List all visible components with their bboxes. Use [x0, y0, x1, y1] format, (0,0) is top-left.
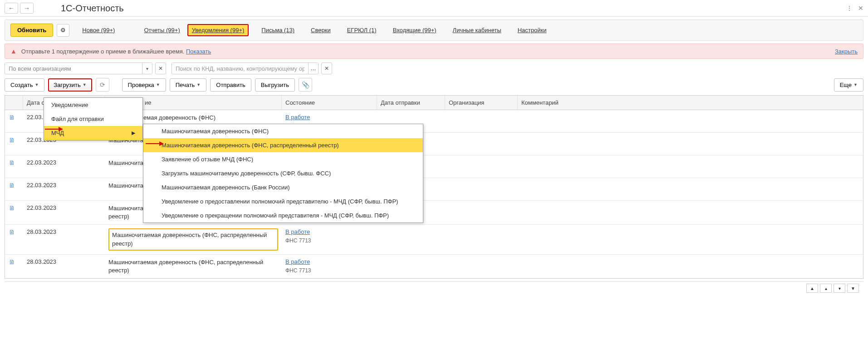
- submenu-arrow-icon: ▶: [132, 130, 135, 136]
- col-org: Организация: [445, 96, 518, 110]
- print-button[interactable]: Печать ▼: [170, 78, 207, 92]
- state-sub: ФНС 7713: [285, 237, 311, 244]
- cell-date: 28.03.2023: [23, 255, 105, 278]
- send-button[interactable]: Отправить: [210, 78, 251, 92]
- page-title: 1С-Отчетность: [61, 3, 846, 14]
- attach-icon-btn[interactable]: 📎: [299, 78, 312, 92]
- submenu-grant[interactable]: Уведомление о предоставлении полномочий …: [143, 194, 423, 208]
- document-icon: 🗎: [9, 258, 15, 266]
- tab-reports[interactable]: Отчеты (99+): [140, 25, 183, 35]
- chevron-down-icon: ▼: [156, 82, 160, 87]
- svg-marker-1: [59, 127, 63, 131]
- gear-icon: ⚙: [60, 27, 66, 34]
- table-row[interactable]: 🗎 22.03.2023 Машиночита: [5, 178, 863, 201]
- scroll-top-button[interactable]: ▲: [806, 284, 818, 293]
- reload-icon-btn[interactable]: ⟳: [96, 78, 109, 92]
- red-arrow-icon: [146, 141, 164, 146]
- tab-incoming[interactable]: Входящие (99+): [389, 25, 440, 35]
- chevron-down-icon: ▼: [83, 82, 87, 87]
- state-link[interactable]: В работе: [285, 228, 373, 235]
- col-comment: Комментарий: [518, 96, 863, 110]
- tab-notifications[interactable]: Уведомления (99+): [187, 24, 249, 36]
- org-select[interactable]: ▾: [5, 63, 152, 74]
- scroll-down-button[interactable]: ▾: [834, 284, 845, 293]
- svg-marker-3: [159, 141, 164, 146]
- export-button[interactable]: Выгрузить: [255, 78, 295, 92]
- cell-name: Машиночитаемая доверенность (ФНС, распре…: [105, 225, 282, 254]
- submenu-terminate[interactable]: Уведомление о прекращении полномочий пре…: [143, 208, 423, 222]
- create-button[interactable]: Создать ▼: [5, 78, 44, 92]
- search-clear-btn[interactable]: ✕: [321, 63, 332, 74]
- scroll-bottom-button[interactable]: ▼: [847, 284, 859, 293]
- tab-cabinets[interactable]: Личные кабинеты: [449, 25, 505, 35]
- mchd-submenu: Машиночитаемая доверенность (ФНС) Машино…: [143, 124, 423, 223]
- document-icon: 🗎: [9, 114, 15, 121]
- back-button[interactable]: ←: [5, 3, 18, 14]
- state-link[interactable]: В работе: [285, 114, 373, 121]
- document-icon: 🗎: [9, 136, 15, 144]
- table-row[interactable]: 🗎 28.03.2023 Машиночитаемая доверенность…: [5, 225, 863, 254]
- gear-button[interactable]: ⚙: [57, 24, 69, 37]
- document-icon: 🗎: [9, 182, 15, 189]
- table-row[interactable]: 🗎 28.03.2023 Машиночитаемая доверенность…: [5, 255, 863, 278]
- alert-show-link[interactable]: Показать: [186, 48, 211, 55]
- cell-date: 22.03.2023: [23, 155, 105, 178]
- cell-date: 28.03.2023: [23, 225, 105, 254]
- state-link[interactable]: В работе: [285, 258, 373, 265]
- submenu-bank[interactable]: Машиночитаемая доверенность (Банк России…: [143, 180, 423, 194]
- submenu-revoke[interactable]: Заявление об отзыве МЧД (ФНС): [143, 152, 423, 166]
- update-button[interactable]: Обновить: [10, 24, 53, 37]
- chevron-down-icon: ▼: [196, 82, 201, 87]
- tab-letters[interactable]: Письма (13): [258, 25, 298, 35]
- load-button[interactable]: Загрузить ▼: [48, 78, 92, 92]
- tab-new[interactable]: Новое (99+): [78, 25, 118, 35]
- org-clear-btn[interactable]: ✕: [155, 63, 166, 74]
- submenu-fns-registry[interactable]: Машиночитаемая доверенность (ФНС, распре…: [143, 138, 423, 152]
- submenu-fns[interactable]: Машиночитаемая доверенность (ФНС): [143, 124, 423, 138]
- search-more-btn[interactable]: …: [308, 63, 318, 74]
- submenu-load-sfr[interactable]: Загрузить машиночитаемую доверенность (С…: [143, 166, 423, 180]
- tab-settings[interactable]: Настройки: [514, 25, 550, 35]
- menu-notification[interactable]: Уведомление: [44, 98, 142, 112]
- chevron-down-icon: ▼: [853, 82, 858, 87]
- search-input[interactable]: [172, 63, 308, 74]
- col-sent: Дата отправки: [377, 96, 445, 110]
- document-icon: 🗎: [9, 228, 15, 236]
- table-row[interactable]: 🗎 22.03.2023 Машиночита: [5, 155, 863, 178]
- alert-bar: ▲ Отправьте 1 подтверждение о приеме в б…: [5, 44, 863, 59]
- red-arrow-icon: [45, 126, 63, 132]
- alert-text: Отправьте 1 подтверждение о приеме в бли…: [21, 48, 835, 55]
- col-state: Состояние: [282, 96, 377, 110]
- cell-date: 22.03.2023: [23, 178, 105, 200]
- load-menu: Уведомление Файл для отправки МЧД▶: [44, 97, 143, 140]
- close-icon[interactable]: ✕: [858, 5, 863, 12]
- tab-egrul[interactable]: ЕГРЮЛ (1): [343, 25, 380, 35]
- more-button[interactable]: Еще ▼: [834, 78, 863, 92]
- alert-message: Отправьте 1 подтверждение о приеме в бли…: [21, 48, 185, 55]
- forward-button[interactable]: →: [20, 3, 34, 14]
- org-input[interactable]: [5, 63, 142, 74]
- menu-file-for-send[interactable]: Файл для отправки: [44, 112, 142, 126]
- alert-close-link[interactable]: Закрыть: [835, 48, 858, 55]
- document-icon: 🗎: [9, 204, 15, 212]
- warning-icon: ▲: [10, 48, 17, 55]
- options-icon[interactable]: ⋮: [846, 5, 853, 12]
- org-dropdown-btn[interactable]: ▾: [142, 63, 152, 74]
- check-button[interactable]: Проверка ▼: [122, 78, 166, 92]
- table-row[interactable]: 🗎 22.03.2023 Машиночитареестр) ФНС 4028: [5, 201, 863, 225]
- state-sub: ФНС 7713: [285, 267, 311, 274]
- document-icon: 🗎: [9, 159, 15, 166]
- cell-name: Машиночитаемая доверенность (ФНС, распре…: [105, 255, 282, 278]
- cell-date: 22.03.2023: [23, 201, 105, 224]
- scroll-up-button[interactable]: ▴: [820, 284, 832, 293]
- chevron-down-icon: ▼: [34, 82, 39, 87]
- tab-reconc[interactable]: Сверки: [307, 25, 334, 35]
